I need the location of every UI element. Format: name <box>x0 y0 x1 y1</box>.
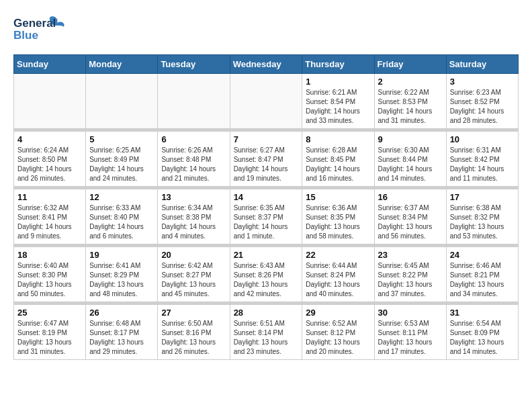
calendar-cell: 13Sunrise: 6:34 AM Sunset: 8:38 PM Dayli… <box>158 189 230 244</box>
calendar-cell: 19Sunrise: 6:41 AM Sunset: 8:29 PM Dayli… <box>86 247 158 302</box>
day-number: 4 <box>17 134 82 144</box>
day-info: Sunrise: 6:28 AM Sunset: 8:45 PM Dayligh… <box>306 146 370 183</box>
day-number: 5 <box>89 134 154 144</box>
calendar-table: SundayMondayTuesdayWednesdayThursdayFrid… <box>13 54 519 360</box>
day-info: Sunrise: 6:47 AM Sunset: 8:19 PM Dayligh… <box>17 319 82 357</box>
day-number: 22 <box>306 250 370 260</box>
day-info: Sunrise: 6:51 AM Sunset: 8:14 PM Dayligh… <box>234 319 299 357</box>
week-row-3: 11Sunrise: 6:32 AM Sunset: 8:41 PM Dayli… <box>14 189 519 244</box>
weekday-header-thursday: Thursday <box>302 55 374 74</box>
weekday-header-monday: Monday <box>86 55 158 74</box>
day-info: Sunrise: 6:38 AM Sunset: 8:32 PM Dayligh… <box>450 203 515 241</box>
week-row-2: 4Sunrise: 6:24 AM Sunset: 8:50 PM Daylig… <box>14 132 519 187</box>
day-number: 11 <box>17 192 82 202</box>
calendar-cell: 25Sunrise: 6:47 AM Sunset: 8:19 PM Dayli… <box>14 305 86 360</box>
logo: GeneralBlue <box>13 13 67 44</box>
day-number: 6 <box>161 134 226 144</box>
day-number: 24 <box>450 250 515 260</box>
day-number: 10 <box>450 134 515 144</box>
day-number: 26 <box>89 308 154 318</box>
day-info: Sunrise: 6:48 AM Sunset: 8:17 PM Dayligh… <box>89 319 154 357</box>
svg-text:Blue: Blue <box>13 29 38 42</box>
week-row-5: 25Sunrise: 6:47 AM Sunset: 8:19 PM Dayli… <box>14 305 519 360</box>
calendar-cell: 7Sunrise: 6:27 AM Sunset: 8:47 PM Daylig… <box>230 132 302 187</box>
day-number: 20 <box>161 250 226 260</box>
day-number: 2 <box>378 77 443 87</box>
weekday-header-friday: Friday <box>374 55 446 74</box>
day-info: Sunrise: 6:52 AM Sunset: 8:12 PM Dayligh… <box>306 319 370 357</box>
day-number: 23 <box>378 250 443 260</box>
calendar-cell: 31Sunrise: 6:54 AM Sunset: 8:09 PM Dayli… <box>446 305 518 360</box>
day-info: Sunrise: 6:50 AM Sunset: 8:16 PM Dayligh… <box>161 319 226 357</box>
page-header: GeneralBlue <box>13 13 519 44</box>
day-info: Sunrise: 6:46 AM Sunset: 8:21 PM Dayligh… <box>450 261 515 299</box>
day-info: Sunrise: 6:26 AM Sunset: 8:48 PM Dayligh… <box>161 146 226 183</box>
calendar-cell: 12Sunrise: 6:33 AM Sunset: 8:40 PM Dayli… <box>86 189 158 244</box>
day-number: 12 <box>89 192 154 202</box>
calendar-cell: 30Sunrise: 6:53 AM Sunset: 8:11 PM Dayli… <box>374 305 446 360</box>
day-info: Sunrise: 6:45 AM Sunset: 8:22 PM Dayligh… <box>378 261 443 299</box>
day-info: Sunrise: 6:32 AM Sunset: 8:41 PM Dayligh… <box>17 203 82 241</box>
calendar-cell: 4Sunrise: 6:24 AM Sunset: 8:50 PM Daylig… <box>14 132 86 187</box>
calendar-cell: 11Sunrise: 6:32 AM Sunset: 8:41 PM Dayli… <box>14 189 86 244</box>
calendar-cell: 1Sunrise: 6:21 AM Sunset: 8:54 PM Daylig… <box>302 74 374 129</box>
calendar-cell: 3Sunrise: 6:23 AM Sunset: 8:52 PM Daylig… <box>446 74 518 129</box>
weekday-header-saturday: Saturday <box>446 55 518 74</box>
day-info: Sunrise: 6:35 AM Sunset: 8:37 PM Dayligh… <box>234 203 299 241</box>
day-info: Sunrise: 6:40 AM Sunset: 8:30 PM Dayligh… <box>17 261 82 299</box>
day-info: Sunrise: 6:24 AM Sunset: 8:50 PM Dayligh… <box>17 146 82 183</box>
calendar-cell: 23Sunrise: 6:45 AM Sunset: 8:22 PM Dayli… <box>374 247 446 302</box>
day-info: Sunrise: 6:31 AM Sunset: 8:42 PM Dayligh… <box>450 146 515 183</box>
day-info: Sunrise: 6:54 AM Sunset: 8:09 PM Dayligh… <box>450 319 515 357</box>
day-number: 8 <box>306 134 370 144</box>
calendar-cell: 17Sunrise: 6:38 AM Sunset: 8:32 PM Dayli… <box>446 189 518 244</box>
day-number: 9 <box>378 134 443 144</box>
day-number: 28 <box>234 308 299 318</box>
day-number: 3 <box>450 77 515 87</box>
calendar-cell: 27Sunrise: 6:50 AM Sunset: 8:16 PM Dayli… <box>158 305 230 360</box>
day-number: 27 <box>161 308 226 318</box>
weekday-header-wednesday: Wednesday <box>230 55 302 74</box>
day-number: 19 <box>89 250 154 260</box>
day-info: Sunrise: 6:43 AM Sunset: 8:26 PM Dayligh… <box>234 261 299 299</box>
day-info: Sunrise: 6:23 AM Sunset: 8:52 PM Dayligh… <box>450 88 515 126</box>
day-info: Sunrise: 6:25 AM Sunset: 8:49 PM Dayligh… <box>89 146 154 183</box>
day-info: Sunrise: 6:22 AM Sunset: 8:53 PM Dayligh… <box>378 88 443 126</box>
calendar-cell <box>14 74 86 129</box>
calendar-cell: 21Sunrise: 6:43 AM Sunset: 8:26 PM Dayli… <box>230 247 302 302</box>
day-info: Sunrise: 6:34 AM Sunset: 8:38 PM Dayligh… <box>161 203 226 241</box>
calendar-cell <box>158 74 230 129</box>
day-number: 7 <box>234 134 299 144</box>
calendar-cell <box>230 74 302 129</box>
day-number: 1 <box>306 77 370 87</box>
day-number: 25 <box>17 308 82 318</box>
day-number: 16 <box>378 192 443 202</box>
day-number: 17 <box>450 192 515 202</box>
day-info: Sunrise: 6:33 AM Sunset: 8:40 PM Dayligh… <box>89 203 154 241</box>
day-number: 14 <box>234 192 299 202</box>
logo-svg: GeneralBlue <box>13 13 67 44</box>
week-row-4: 18Sunrise: 6:40 AM Sunset: 8:30 PM Dayli… <box>14 247 519 302</box>
calendar-cell: 26Sunrise: 6:48 AM Sunset: 8:17 PM Dayli… <box>86 305 158 360</box>
weekday-header-sunday: Sunday <box>14 55 86 74</box>
day-info: Sunrise: 6:44 AM Sunset: 8:24 PM Dayligh… <box>306 261 370 299</box>
calendar-cell: 16Sunrise: 6:37 AM Sunset: 8:34 PM Dayli… <box>374 189 446 244</box>
day-number: 29 <box>306 308 370 318</box>
day-number: 31 <box>450 308 515 318</box>
calendar-cell: 20Sunrise: 6:42 AM Sunset: 8:27 PM Dayli… <box>158 247 230 302</box>
calendar-cell: 18Sunrise: 6:40 AM Sunset: 8:30 PM Dayli… <box>14 247 86 302</box>
svg-text:General: General <box>13 17 56 30</box>
calendar-cell: 8Sunrise: 6:28 AM Sunset: 8:45 PM Daylig… <box>302 132 374 187</box>
calendar-cell: 6Sunrise: 6:26 AM Sunset: 8:48 PM Daylig… <box>158 132 230 187</box>
day-number: 30 <box>378 308 443 318</box>
calendar-cell: 28Sunrise: 6:51 AM Sunset: 8:14 PM Dayli… <box>230 305 302 360</box>
calendar-cell: 2Sunrise: 6:22 AM Sunset: 8:53 PM Daylig… <box>374 74 446 129</box>
day-info: Sunrise: 6:30 AM Sunset: 8:44 PM Dayligh… <box>378 146 443 183</box>
calendar-cell: 22Sunrise: 6:44 AM Sunset: 8:24 PM Dayli… <box>302 247 374 302</box>
day-number: 18 <box>17 250 82 260</box>
day-number: 21 <box>234 250 299 260</box>
calendar-cell: 9Sunrise: 6:30 AM Sunset: 8:44 PM Daylig… <box>374 132 446 187</box>
calendar-cell: 14Sunrise: 6:35 AM Sunset: 8:37 PM Dayli… <box>230 189 302 244</box>
day-info: Sunrise: 6:42 AM Sunset: 8:27 PM Dayligh… <box>161 261 226 299</box>
calendar-cell: 10Sunrise: 6:31 AM Sunset: 8:42 PM Dayli… <box>446 132 518 187</box>
